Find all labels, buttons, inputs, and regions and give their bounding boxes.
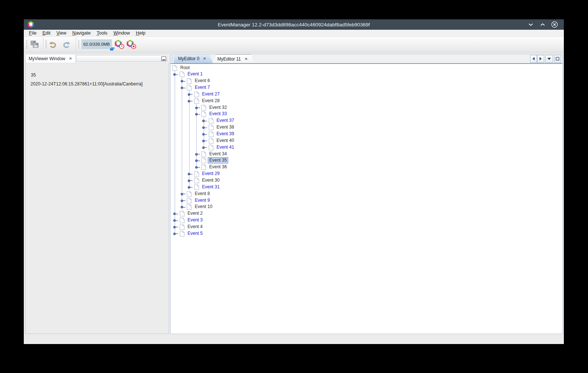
expand-handle[interactable] bbox=[202, 146, 205, 149]
document-icon bbox=[201, 151, 206, 157]
tree-node-event-33[interactable]: Event 33 bbox=[208, 111, 228, 117]
menu-navigate[interactable]: Navigate bbox=[70, 30, 94, 36]
editor-tab-close-icon[interactable]: ✕ bbox=[245, 57, 248, 61]
expand-handle[interactable] bbox=[188, 100, 190, 103]
document-icon bbox=[209, 124, 214, 130]
expand-handle[interactable] bbox=[188, 93, 190, 96]
document-icon bbox=[187, 78, 192, 84]
stop-event-button[interactable] bbox=[126, 39, 137, 49]
expand-handle[interactable] bbox=[181, 87, 183, 89]
tree-node-event-34[interactable]: Event 34 bbox=[208, 151, 228, 157]
menu-file[interactable]: File bbox=[26, 30, 39, 36]
expand-handle[interactable] bbox=[181, 206, 183, 208]
tree-node-event-27[interactable]: Event 27 bbox=[201, 91, 221, 97]
expand-handle[interactable] bbox=[181, 80, 183, 82]
tree-node-event-40[interactable]: Event 40 bbox=[215, 137, 236, 144]
menu-help[interactable]: Help bbox=[133, 30, 149, 36]
tab-grip bbox=[171, 55, 173, 62]
tree-node-event-2[interactable]: Event 2 bbox=[186, 210, 204, 217]
expand-handle[interactable] bbox=[181, 200, 183, 202]
editor-tab-myeditor-0[interactable]: MyEditor 0✕ bbox=[174, 54, 213, 63]
handle-stub bbox=[190, 94, 193, 95]
tree-node-event-41[interactable]: Event 41 bbox=[215, 144, 236, 150]
maximize-editor-button[interactable] bbox=[554, 55, 561, 63]
memory-monitor[interactable]: 62.0/339.0MB bbox=[81, 39, 112, 49]
expand-handle[interactable] bbox=[195, 159, 198, 162]
viewer-tab[interactable]: MyViewer Window ✕ bbox=[26, 54, 75, 63]
tab-list-dropdown-button[interactable] bbox=[545, 55, 553, 63]
tree-node-event-31[interactable]: Event 31 bbox=[201, 184, 221, 190]
scroll-tabs-right-button[interactable] bbox=[537, 55, 544, 63]
tree-node-event-32[interactable]: Event 32 bbox=[208, 104, 228, 111]
tab-scroll-controls bbox=[530, 55, 561, 62]
tree-node-event-38[interactable]: Event 38 bbox=[215, 124, 236, 130]
editor-tab-myeditor-11[interactable]: MyEditor 11✕ bbox=[213, 54, 255, 63]
menu-edit[interactable]: Edit bbox=[39, 30, 54, 36]
expand-handle[interactable] bbox=[173, 226, 176, 228]
expand-handle[interactable] bbox=[195, 113, 198, 116]
document-icon bbox=[194, 184, 199, 190]
tree-node-event-4[interactable]: Event 4 bbox=[186, 224, 204, 230]
expand-handle[interactable] bbox=[188, 173, 190, 175]
menu-tools[interactable]: Tools bbox=[94, 30, 110, 36]
tree-node-event-5[interactable]: Event 5 bbox=[186, 230, 204, 237]
minimize-view-icon[interactable] bbox=[161, 56, 166, 61]
tree-node-event-10[interactable]: Event 10 bbox=[193, 204, 214, 210]
tree-node-event-7[interactable]: Event 7 bbox=[193, 84, 211, 91]
viewer-tab-close-icon[interactable]: ✕ bbox=[69, 57, 72, 61]
expand-handle[interactable] bbox=[188, 186, 190, 189]
menu-window[interactable]: Window bbox=[110, 30, 133, 36]
handle-stub bbox=[205, 134, 207, 135]
tree-node-event-37[interactable]: Event 37 bbox=[215, 117, 236, 124]
undo-button[interactable] bbox=[48, 39, 59, 49]
tree-node-event-36[interactable]: Event 36 bbox=[208, 164, 228, 170]
tree-node-event-28[interactable]: Event 28 bbox=[201, 98, 221, 104]
editor-tab-close-icon[interactable]: ✕ bbox=[203, 57, 206, 61]
app-window: EventManager 12.2-d73d3dd898acc440c46092… bbox=[24, 19, 564, 344]
handle-stub bbox=[183, 207, 185, 208]
cube-clock-icon bbox=[114, 39, 125, 49]
expand-handle[interactable] bbox=[202, 126, 205, 129]
window-minimize-button[interactable] bbox=[527, 21, 534, 28]
expand-handle[interactable] bbox=[173, 73, 176, 76]
handle-stub bbox=[205, 140, 207, 141]
expand-handle[interactable] bbox=[195, 153, 198, 156]
document-icon bbox=[209, 131, 214, 137]
tree-node-event-9[interactable]: Event 9 bbox=[193, 197, 211, 204]
expand-handle[interactable] bbox=[173, 219, 176, 222]
window-maximize-button[interactable] bbox=[539, 21, 546, 28]
document-icon bbox=[180, 231, 185, 237]
expand-handle[interactable] bbox=[173, 213, 176, 215]
redo-button[interactable] bbox=[61, 39, 72, 49]
expand-handle[interactable] bbox=[202, 133, 205, 136]
expand-handle[interactable] bbox=[202, 120, 205, 122]
expand-handle[interactable] bbox=[181, 193, 183, 195]
window-close-button[interactable] bbox=[551, 21, 558, 28]
tree-node-event-30[interactable]: Event 30 bbox=[201, 177, 221, 184]
viewer-tab-label: MyViewer Window bbox=[29, 56, 65, 61]
handle-stub bbox=[198, 107, 200, 108]
save-all-button[interactable] bbox=[29, 39, 40, 49]
expand-handle[interactable] bbox=[173, 233, 176, 235]
tree-node-event-1[interactable]: Event 1 bbox=[186, 71, 204, 77]
tree-node-root[interactable]: Root bbox=[179, 65, 191, 71]
tree-node-event-3[interactable]: Event 3 bbox=[186, 217, 204, 223]
tree-node-event-8[interactable]: Event 8 bbox=[193, 191, 211, 197]
expand-handle[interactable] bbox=[195, 166, 198, 169]
handle-stub bbox=[205, 127, 207, 128]
tree-node-event-29[interactable]: Event 29 bbox=[201, 171, 221, 177]
scroll-tabs-left-button[interactable] bbox=[530, 55, 537, 63]
editor-tab-label: MyEditor 11 bbox=[217, 56, 241, 62]
expand-handle[interactable] bbox=[195, 107, 198, 109]
document-icon bbox=[209, 138, 214, 144]
tree-node-event-35[interactable]: Event 35 bbox=[208, 157, 228, 163]
schedule-event-button[interactable] bbox=[114, 39, 125, 49]
handle-stub bbox=[183, 88, 185, 88]
expand-handle[interactable] bbox=[188, 179, 190, 182]
tree-node-event-39[interactable]: Event 39 bbox=[215, 131, 236, 137]
menu-view[interactable]: View bbox=[54, 30, 70, 36]
tree-node-event-6[interactable]: Event 6 bbox=[193, 78, 211, 84]
expand-handle[interactable] bbox=[202, 140, 205, 142]
document-icon bbox=[201, 105, 206, 111]
handle-stub bbox=[176, 74, 178, 75]
